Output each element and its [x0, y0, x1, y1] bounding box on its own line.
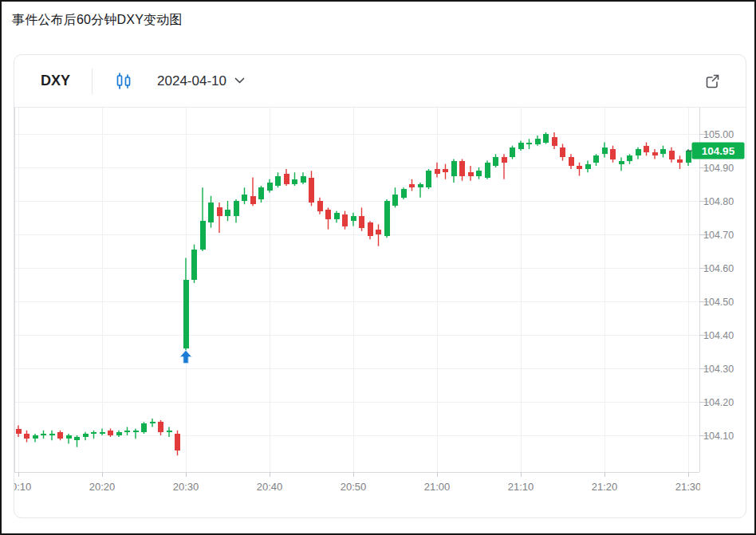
- svg-text:20:30: 20:30: [173, 481, 199, 493]
- last-price-badge: 104.95: [692, 143, 745, 159]
- candlestick-chart[interactable]: 105.00104.90104.80104.70104.60104.50104.…: [14, 108, 746, 518]
- svg-text:104.90: 104.90: [703, 163, 734, 174]
- toolbar-divider: [92, 69, 93, 94]
- svg-text:104.20: 104.20: [703, 397, 734, 408]
- screenshot-frame: 事件公布后60分钟DXY变动图 DXY 2024-04-10: [0, 0, 756, 535]
- svg-text:105.00: 105.00: [703, 129, 734, 140]
- chart-area: 105.00104.90104.80104.70104.60104.50104.…: [14, 107, 746, 517]
- svg-text:104.70: 104.70: [703, 230, 734, 241]
- svg-text:20:40: 20:40: [257, 481, 283, 493]
- date-selector[interactable]: 2024-04-10: [157, 73, 245, 89]
- svg-text:104.95: 104.95: [702, 145, 735, 157]
- external-link-icon[interactable]: [703, 72, 722, 90]
- svg-text:21:30: 21:30: [675, 481, 702, 493]
- svg-text:104.40: 104.40: [703, 330, 734, 341]
- svg-text:20:20: 20:20: [89, 481, 116, 493]
- chevron-down-icon: [234, 77, 245, 85]
- svg-text:104.30: 104.30: [703, 364, 734, 375]
- svg-text:21:10: 21:10: [508, 481, 534, 493]
- svg-text:20:10: 20:10: [14, 481, 31, 493]
- page-title: 事件公布后60分钟DXY变动图: [12, 12, 183, 29]
- svg-text:104.10: 104.10: [703, 431, 734, 442]
- chart-toolbar: DXY 2024-04-10: [14, 55, 746, 107]
- chart-card: DXY 2024-04-10: [14, 54, 746, 518]
- svg-text:104.80: 104.80: [703, 196, 734, 207]
- svg-text:21:20: 21:20: [592, 481, 618, 493]
- svg-text:21:00: 21:00: [424, 481, 451, 493]
- candlestick-icon[interactable]: [114, 72, 133, 91]
- svg-text:104.60: 104.60: [703, 263, 734, 274]
- svg-text:104.50: 104.50: [703, 297, 734, 308]
- svg-text:20:50: 20:50: [341, 481, 367, 493]
- symbol-label: DXY: [41, 73, 70, 89]
- date-value: 2024-04-10: [157, 73, 226, 89]
